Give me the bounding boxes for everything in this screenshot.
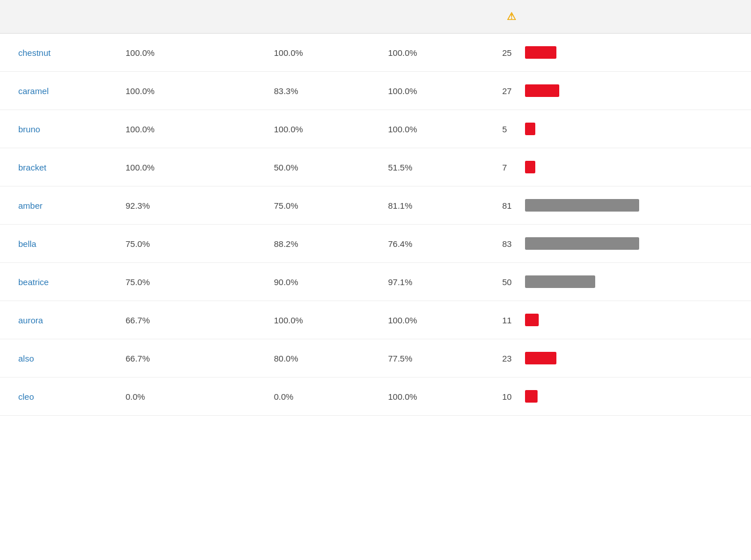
tag-cell: also [0, 339, 114, 378]
tag-link[interactable]: amber [18, 201, 43, 210]
precision-cell: 100.0% [114, 110, 263, 148]
ap-cell: 51.5% [377, 148, 491, 186]
count-cell: 11 [491, 301, 751, 339]
table-row: also66.7%80.0%77.5%23 [0, 339, 751, 378]
count-number: 27 [502, 86, 518, 96]
count-bar [525, 123, 535, 135]
tag-cell: amber [0, 186, 114, 225]
table-body: chestnut100.0%100.0%100.0%25caramel100.0… [0, 34, 751, 416]
precision-cell: 92.3% [114, 186, 263, 225]
count-number: 50 [502, 277, 518, 287]
tag-link[interactable]: bruno [18, 124, 40, 134]
count-cell: 50 [491, 263, 751, 301]
ap-cell: 100.0% [377, 301, 491, 339]
metrics-table: ⚠ chestnut100.0%100.0%100.0%25caramel100… [0, 0, 751, 416]
ap-cell: 100.0% [377, 378, 491, 416]
table-row: bella75.0%88.2%76.4%83 [0, 225, 751, 263]
tag-cell: cleo [0, 378, 114, 416]
count-cell: 25 [491, 34, 751, 72]
count-number: 10 [502, 392, 518, 401]
table-row: beatrice75.0%90.0%97.1%50 [0, 263, 751, 301]
precision-cell: 100.0% [114, 72, 263, 110]
recall-cell: 88.2% [263, 225, 377, 263]
col-header-ap[interactable] [377, 0, 491, 34]
count-number: 23 [502, 354, 518, 363]
ap-cell: 97.1% [377, 263, 491, 301]
count-number: 25 [502, 48, 518, 58]
recall-cell: 75.0% [263, 186, 377, 225]
count-cell: 7 [491, 148, 751, 186]
recall-cell: 100.0% [263, 34, 377, 72]
table-row: chestnut100.0%100.0%100.0%25 [0, 34, 751, 72]
table-row: aurora66.7%100.0%100.0%11 [0, 301, 751, 339]
count-number: 81 [502, 201, 518, 210]
count-bar [525, 84, 559, 97]
table-header-row: ⚠ [0, 0, 751, 34]
table-row: amber92.3%75.0%81.1%81 [0, 186, 751, 225]
count-cell: 81 [491, 186, 751, 225]
count-number: 83 [502, 239, 518, 249]
tag-link[interactable]: bella [18, 239, 37, 249]
ap-cell: 76.4% [377, 225, 491, 263]
table-row: bruno100.0%100.0%100.0%5 [0, 110, 751, 148]
precision-cell: 100.0% [114, 148, 263, 186]
tag-cell: bella [0, 225, 114, 263]
table-row: cleo0.0%0.0%100.0%10 [0, 378, 751, 416]
count-cell: 83 [491, 225, 751, 263]
table-row: bracket100.0%50.0%51.5%7 [0, 148, 751, 186]
precision-cell: 75.0% [114, 263, 263, 301]
col-header-precision[interactable] [114, 0, 263, 34]
recall-cell: 100.0% [263, 301, 377, 339]
tag-link[interactable]: caramel [18, 86, 49, 96]
table-row: caramel100.0%83.3%100.0%27 [0, 72, 751, 110]
count-cell: 10 [491, 378, 751, 416]
col-header-image-count[interactable]: ⚠ [491, 0, 751, 34]
count-bar [525, 275, 595, 288]
tag-cell: bruno [0, 110, 114, 148]
col-header-tag [0, 0, 114, 34]
recall-cell: 50.0% [263, 148, 377, 186]
recall-cell: 0.0% [263, 378, 377, 416]
precision-cell: 100.0% [114, 34, 263, 72]
count-bar [525, 161, 535, 173]
count-number: 11 [502, 315, 518, 325]
precision-cell: 66.7% [114, 339, 263, 378]
precision-cell: 66.7% [114, 301, 263, 339]
count-bar [525, 390, 538, 403]
count-number: 7 [502, 163, 518, 172]
col-header-recall[interactable] [263, 0, 377, 34]
main-container: ⚠ chestnut100.0%100.0%100.0%25caramel100… [0, 0, 751, 560]
tag-link[interactable]: chestnut [18, 48, 51, 58]
count-cell: 23 [491, 339, 751, 378]
ap-cell: 77.5% [377, 339, 491, 378]
tag-cell: beatrice [0, 263, 114, 301]
ap-cell: 81.1% [377, 186, 491, 225]
tag-link[interactable]: aurora [18, 315, 43, 325]
warning-icon: ⚠ [507, 10, 516, 23]
count-bar [525, 199, 639, 212]
count-cell: 5 [491, 110, 751, 148]
recall-cell: 80.0% [263, 339, 377, 378]
count-bar [525, 237, 639, 250]
ap-cell: 100.0% [377, 34, 491, 72]
count-bar [525, 46, 556, 59]
ap-cell: 100.0% [377, 72, 491, 110]
tag-link[interactable]: bracket [18, 163, 46, 172]
tag-cell: aurora [0, 301, 114, 339]
count-number: 5 [502, 124, 518, 134]
count-cell: 27 [491, 72, 751, 110]
tag-cell: chestnut [0, 34, 114, 72]
tag-link[interactable]: beatrice [18, 277, 49, 287]
recall-cell: 90.0% [263, 263, 377, 301]
recall-cell: 83.3% [263, 72, 377, 110]
precision-cell: 75.0% [114, 225, 263, 263]
tag-link[interactable]: also [18, 354, 34, 363]
tag-link[interactable]: cleo [18, 392, 34, 401]
tag-cell: caramel [0, 72, 114, 110]
count-bar [525, 352, 556, 364]
tag-cell: bracket [0, 148, 114, 186]
ap-cell: 100.0% [377, 110, 491, 148]
precision-cell: 0.0% [114, 378, 263, 416]
count-bar [525, 314, 539, 326]
recall-cell: 100.0% [263, 110, 377, 148]
